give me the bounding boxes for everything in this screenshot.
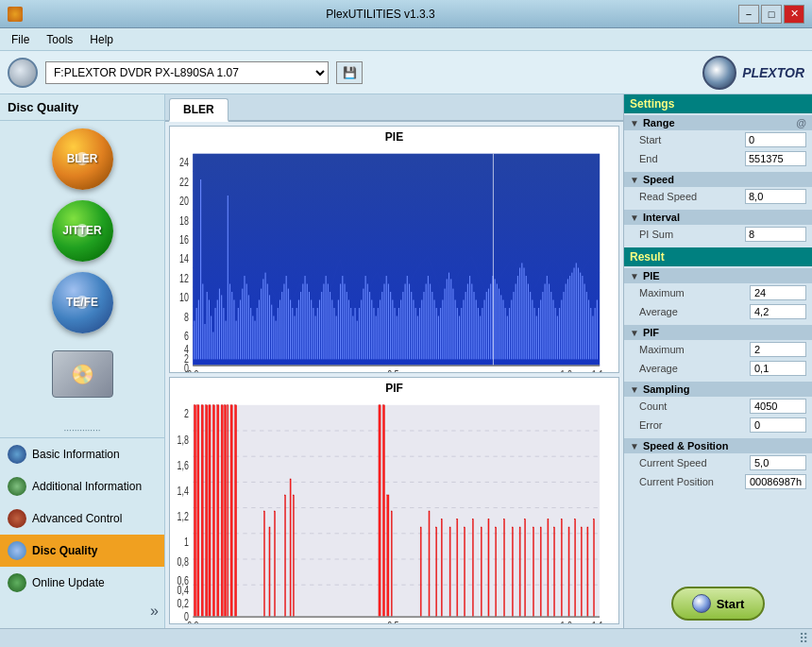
tefe-button[interactable]: TE/FE — [4, 268, 161, 336]
svg-rect-273 — [481, 527, 482, 617]
resize-grip[interactable]: ⠿ — [799, 631, 808, 646]
svg-rect-157 — [471, 284, 472, 360]
jitter-disc-icon[interactable]: JITTER — [52, 200, 113, 262]
svg-rect-180 — [519, 268, 520, 360]
pie-max-value: 24 — [750, 285, 806, 300]
interval-collapse[interactable]: ▼ — [630, 213, 639, 223]
svg-rect-275 — [496, 527, 497, 617]
range-collapse[interactable]: ▼ — [630, 118, 639, 128]
svg-rect-52 — [252, 316, 253, 360]
svg-rect-188 — [536, 316, 537, 360]
pie-collapse[interactable]: ▼ — [630, 271, 639, 281]
menu-help[interactable]: Help — [82, 31, 121, 48]
interval-label: Interval — [643, 212, 680, 223]
svg-rect-282 — [548, 519, 549, 618]
pif-chart-title: PIF — [170, 378, 618, 399]
tefe-disc-icon[interactable]: TE/FE — [52, 272, 113, 333]
bler-button[interactable]: BLER — [4, 125, 161, 193]
svg-rect-69 — [288, 289, 289, 360]
error-label: Error — [639, 419, 662, 431]
svg-rect-288 — [587, 527, 588, 617]
svg-rect-110 — [373, 308, 374, 359]
range-start-input[interactable] — [745, 132, 806, 147]
svg-rect-123 — [400, 300, 401, 360]
menu-bar: File Tools Help — [0, 28, 812, 51]
close-button[interactable]: ✕ — [784, 5, 804, 24]
bler-disc-icon[interactable]: BLER — [52, 128, 113, 190]
menu-tools[interactable]: Tools — [39, 31, 80, 48]
sidebar-item-basic[interactable]: Basic Information — [0, 438, 164, 470]
additional-icon — [8, 477, 26, 496]
svg-rect-215 — [592, 316, 593, 360]
svg-rect-209 — [580, 273, 581, 360]
svg-rect-246 — [206, 405, 208, 617]
current-pos-label: Current Position — [639, 476, 714, 487]
svg-rect-148 — [452, 289, 453, 360]
svg-rect-176 — [511, 300, 512, 360]
range-end-input[interactable] — [745, 151, 806, 166]
svg-rect-194 — [549, 284, 550, 360]
sidebar-item-disc[interactable]: Disc Quality — [0, 535, 164, 567]
start-button[interactable]: Start — [671, 587, 766, 621]
speed-pos-collapse[interactable]: ▼ — [630, 441, 639, 451]
svg-rect-126 — [407, 276, 408, 359]
svg-rect-152 — [461, 308, 462, 359]
interval-group-title: ▼ Interval — [624, 210, 812, 225]
svg-rect-55 — [259, 300, 260, 360]
pif-chart-svg: 2 1,8 1,6 1,4 1,2 1 0,8 0,6 0,4 0,2 0 — [170, 399, 618, 623]
svg-rect-100 — [352, 316, 353, 360]
svg-rect-264 — [391, 511, 392, 617]
sidebar-item-additional[interactable]: Additional Information — [0, 470, 164, 502]
svg-rect-281 — [540, 527, 541, 617]
svg-rect-62 — [273, 316, 274, 360]
range-end-label: End — [639, 153, 658, 164]
svg-text:0,4: 0,4 — [178, 584, 190, 597]
svg-rect-206 — [574, 268, 575, 360]
svg-rect-133 — [421, 300, 422, 360]
pif-result-group: ▼ PIF Maximum 2 Average 0,1 — [624, 325, 812, 378]
sidebar-item-advanced[interactable]: Advanced Control — [0, 502, 164, 535]
pif-collapse[interactable]: ▼ — [630, 328, 639, 338]
sampling-collapse[interactable]: ▼ — [630, 384, 639, 395]
menu-file[interactable]: File — [4, 31, 37, 48]
svg-rect-250 — [221, 405, 223, 617]
title-bar: PlexUTILITIES v1.3.3 − □ ✕ — [0, 0, 812, 28]
jitter-button[interactable]: JITTER — [4, 196, 161, 264]
main-layout: Disc Quality BLER JITTER TE/FE — [0, 94, 812, 628]
range-end-row: End — [624, 149, 812, 168]
minimize-button[interactable]: − — [738, 5, 759, 24]
svg-rect-257 — [274, 511, 275, 617]
svg-rect-54 — [257, 308, 258, 359]
svg-rect-172 — [502, 300, 503, 360]
svg-rect-29 — [204, 324, 205, 359]
tab-bler[interactable]: BLER — [169, 98, 228, 122]
pif-max-row: Maximum 2 — [624, 340, 812, 359]
sidebar-item-online[interactable]: Online Update — [0, 567, 164, 599]
scanner-button[interactable]: 📀 — [4, 340, 161, 408]
svg-rect-24 — [194, 321, 195, 360]
pisum-input[interactable] — [745, 227, 806, 242]
disc-label-nav: Disc Quality — [32, 544, 97, 557]
restore-button[interactable]: □ — [761, 5, 782, 24]
read-speed-input[interactable] — [745, 189, 806, 204]
svg-rect-268 — [441, 519, 442, 618]
current-speed-row: Current Speed 5,0 — [624, 453, 812, 472]
svg-rect-45 — [238, 308, 239, 359]
svg-rect-132 — [419, 308, 420, 359]
svg-rect-182 — [523, 268, 524, 360]
drive-select[interactable]: F:PLEXTOR DVDR PX-L890SA 1.07 — [45, 61, 329, 84]
svg-rect-279 — [525, 519, 526, 618]
svg-rect-212 — [586, 292, 587, 359]
svg-rect-285 — [568, 527, 569, 617]
svg-rect-213 — [588, 300, 589, 360]
save-button[interactable]: 💾 — [336, 61, 363, 84]
svg-rect-183 — [526, 276, 527, 359]
count-label: Count — [639, 400, 667, 412]
speed-collapse[interactable]: ▼ — [630, 175, 639, 185]
svg-rect-155 — [467, 284, 468, 360]
svg-rect-40 — [228, 196, 228, 359]
speed-read-label: Read Speed — [639, 191, 697, 202]
start-disc-icon — [692, 594, 711, 613]
svg-rect-38 — [223, 308, 224, 359]
svg-rect-198 — [557, 316, 558, 360]
